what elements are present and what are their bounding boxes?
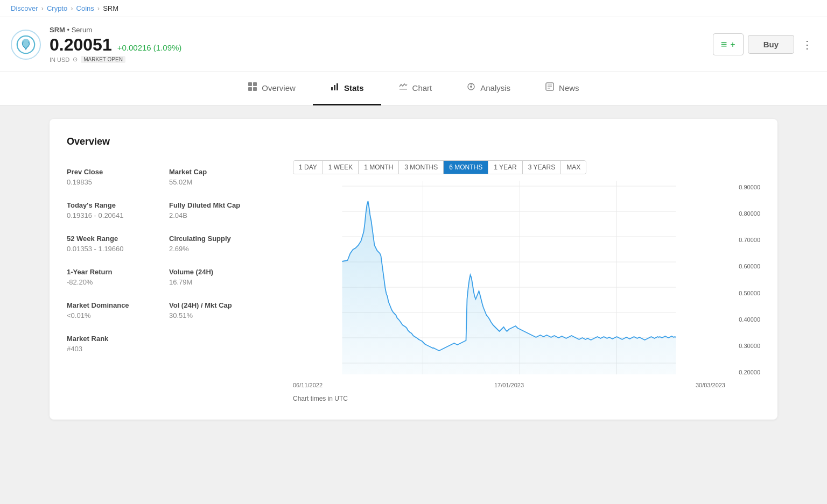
chart-area: 06/11/2022 17/01/2023 30/03/2023 <box>293 181 725 391</box>
stat-circulating-supply: Circulating Supply 2.69% <box>169 227 271 260</box>
tab-stats[interactable]: Stats <box>313 72 381 105</box>
svg-rect-7 <box>337 83 338 90</box>
price-meta: IN USD ⊙ MARKET OPEN <box>50 56 181 63</box>
x-label-2: 17/01/2023 <box>494 382 524 388</box>
chart-times-note: Chart times in UTC <box>293 395 760 402</box>
tab-analysis[interactable]: Analysis <box>449 72 528 105</box>
stat-volume-24h: Volume (24H) 16.79M <box>169 260 271 294</box>
analysis-icon <box>466 82 476 94</box>
range-3years[interactable]: 3 YEARS <box>523 161 561 174</box>
ticker-name: SRM • Serum <box>50 26 181 34</box>
more-options-button[interactable]: ⋮ <box>798 35 816 54</box>
stat-fully-diluted: Fully Diluted Mkt Cap 2.04B <box>169 194 271 227</box>
range-1year[interactable]: 1 YEAR <box>488 161 522 174</box>
svg-rect-1 <box>248 82 252 86</box>
add-to-watchlist-button[interactable]: ≡ + <box>713 33 744 55</box>
tabs-bar: Overview Stats Chart Analysis News <box>0 72 827 106</box>
buy-button[interactable]: Buy <box>748 35 794 54</box>
x-label-1: 06/11/2022 <box>293 382 323 388</box>
range-6months[interactable]: 6 MONTHS <box>444 161 488 174</box>
tab-news[interactable]: News <box>528 72 597 105</box>
stats-chart-layout: Prev Close 0.19835 Market Cap 55.02M Tod… <box>67 160 760 402</box>
tab-chart[interactable]: Chart <box>381 72 450 105</box>
svg-point-10 <box>470 86 472 88</box>
range-1week[interactable]: 1 WEEK <box>323 161 359 174</box>
stat-1year-return: 1-Year Return -82.20% <box>67 260 169 294</box>
y-label-07: 0.70000 <box>730 237 760 243</box>
breadcrumb-discover[interactable]: Discover <box>11 4 38 12</box>
tab-chart-label: Chart <box>412 83 432 93</box>
range-3months[interactable]: 3 MONTHS <box>399 161 444 174</box>
price-row: 0.20051 +0.00216 (1.09%) <box>50 35 181 55</box>
header-right: ≡ + Buy ⋮ <box>713 33 816 55</box>
tab-overview[interactable]: Overview <box>230 72 313 105</box>
tab-stats-label: Stats <box>344 83 364 93</box>
tab-analysis-label: Analysis <box>480 83 510 93</box>
y-label-06: 0.60000 <box>730 263 760 269</box>
range-1month[interactable]: 1 MONTH <box>359 161 399 174</box>
stat-grid: Prev Close 0.19835 Market Cap 55.02M Tod… <box>67 160 271 360</box>
stat-vol-mkt-cap: Vol (24H) / Mkt Cap 30.51% <box>169 294 271 327</box>
tab-overview-label: Overview <box>262 83 296 93</box>
header-info: SRM • Serum 0.20051 +0.00216 (1.09%) IN … <box>50 26 181 63</box>
breadcrumb: Discover › Crypto › Coins › SRM <box>11 4 816 12</box>
stat-market-rank: Market Rank #403 <box>67 327 169 360</box>
overview-icon <box>248 82 257 94</box>
svg-rect-6 <box>334 85 335 90</box>
svg-rect-5 <box>331 87 333 90</box>
stats-icon <box>330 82 340 94</box>
y-label-09: 0.90000 <box>730 184 760 190</box>
breadcrumb-crypto[interactable]: Crypto <box>47 4 67 12</box>
chart-section: 1 DAY 1 WEEK 1 MONTH 3 MONTHS 6 MONTHS 1… <box>293 160 760 402</box>
x-label-3: 30/03/2023 <box>696 382 725 388</box>
stat-prev-close: Prev Close 0.19835 <box>67 160 169 194</box>
x-axis-labels: 06/11/2022 17/01/2023 30/03/2023 <box>293 380 725 391</box>
chart-range-buttons: 1 DAY 1 WEEK 1 MONTH 3 MONTHS 6 MONTHS 1… <box>293 160 586 174</box>
svg-rect-3 <box>248 87 252 91</box>
price-main: 0.20051 <box>50 35 112 55</box>
y-label-03: 0.30000 <box>730 343 760 349</box>
stat-52-week: 52 Week Range 0.01353 - 1.19660 <box>67 227 169 260</box>
stat-todays-range: Today's Range 0.19316 - 0.20641 <box>67 194 169 227</box>
news-icon <box>545 82 555 94</box>
overview-title: Overview <box>67 136 760 147</box>
content-card: Overview Prev Close 0.19835 Market Cap 5… <box>50 119 777 420</box>
header-section: SRM • Serum 0.20051 +0.00216 (1.09%) IN … <box>0 17 827 72</box>
price-change: +0.00216 (1.09%) <box>117 43 182 52</box>
tab-news-label: News <box>559 83 579 93</box>
range-1day[interactable]: 1 DAY <box>293 161 323 174</box>
stat-empty <box>169 327 271 360</box>
range-max[interactable]: MAX <box>561 161 586 174</box>
breadcrumb-coins[interactable]: Coins <box>76 4 94 12</box>
stat-market-cap: Market Cap 55.02M <box>169 160 271 194</box>
svg-rect-4 <box>253 87 257 91</box>
breadcrumb-srm: SRM <box>103 4 118 12</box>
price-chart-svg <box>293 181 725 380</box>
chart-with-yaxis: 06/11/2022 17/01/2023 30/03/2023 0.90000… <box>293 181 760 391</box>
y-label-02: 0.20000 <box>730 369 760 375</box>
main-content: Overview Prev Close 0.19835 Market Cap 5… <box>37 106 790 432</box>
market-open-badge: MARKET OPEN <box>81 56 125 63</box>
top-bar: Discover › Crypto › Coins › SRM <box>0 0 827 17</box>
chart-icon <box>398 82 408 94</box>
svg-rect-2 <box>253 82 257 86</box>
y-label-04: 0.40000 <box>730 316 760 323</box>
coin-logo <box>11 30 41 60</box>
stat-market-dominance: Market Dominance <0.01% <box>67 294 169 327</box>
header-left: SRM • Serum 0.20051 +0.00216 (1.09%) IN … <box>11 26 181 63</box>
stats-section: Prev Close 0.19835 Market Cap 55.02M Tod… <box>67 160 271 402</box>
y-label-05: 0.50000 <box>730 290 760 296</box>
y-label-08: 0.80000 <box>730 210 760 217</box>
y-axis-labels: 0.90000 0.80000 0.70000 0.60000 0.50000 … <box>725 181 760 391</box>
serum-logo-icon <box>16 35 36 54</box>
